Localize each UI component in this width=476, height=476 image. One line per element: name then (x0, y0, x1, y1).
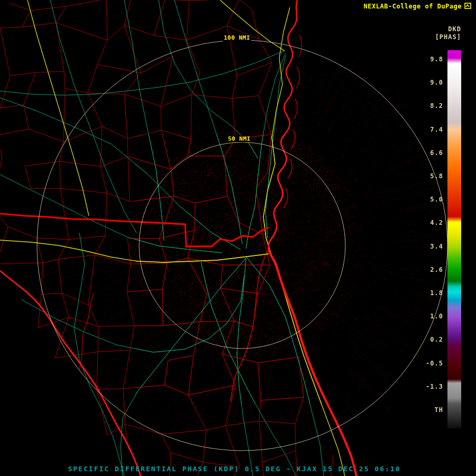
road (0, 50, 286, 95)
highway (220, 0, 285, 51)
range-ring-label-50nmi: 50 NMI (227, 135, 252, 142)
road (21, 275, 244, 352)
county-borders-layer (0, 0, 333, 476)
range-ring-50nmi (139, 142, 345, 349)
highway (0, 240, 269, 262)
county-border (0, 0, 333, 476)
barrier-islands (283, 35, 301, 208)
attribution-text: NEXLAB-College of DuPage (364, 3, 462, 10)
scale-tick-label: 4.2 (414, 219, 443, 226)
status-bar-text: SPECIFIC DIFFERENTIAL PHASE (KDP) 0.5 DE… (68, 465, 401, 473)
scale-tick-label: 0.2 (414, 336, 443, 343)
scale-tick-label: 8.2 (414, 102, 443, 109)
scale-tick-label: 1.8 (414, 289, 443, 297)
scale-tick-label: TH (414, 406, 443, 414)
scale-tick-label: 5.0 (414, 196, 443, 203)
road (50, 0, 136, 233)
range-ring-label-100nmi: 100 NMI (223, 34, 251, 41)
scale-tick-label: -1.3 (414, 383, 443, 390)
colorbar-tick-labels: 9.89.08.27.46.65.85.04.23.42.61.81.00.2-… (414, 0, 443, 476)
cod-logo-icon (464, 2, 472, 10)
scale-tick-label: -0.5 (414, 360, 443, 367)
radar-display: 100 NMI 50 NMI NEXLAB-College of DuPage … (0, 0, 476, 476)
state-borders-layer (0, 0, 356, 476)
scale-tick-label: 3.4 (414, 243, 443, 250)
color-bar (447, 50, 461, 428)
scale-tick-label: 9.8 (414, 56, 443, 63)
state-line-fl-ga (0, 214, 269, 246)
map-overlay (0, 0, 476, 476)
scale-tick-label: 6.6 (414, 149, 443, 157)
scale-tick-label: 5.8 (414, 172, 443, 180)
scale-tick-label: 9.0 (414, 79, 443, 86)
florida-coastline (269, 249, 356, 476)
scale-tick-label: 2.6 (414, 266, 443, 273)
gulf-coastline (0, 271, 141, 476)
highways-layer (0, 0, 345, 476)
scale-tick-label: 1.0 (414, 313, 443, 320)
road (159, 0, 258, 159)
road (0, 98, 241, 250)
scale-tick-label: 7.4 (414, 126, 443, 133)
